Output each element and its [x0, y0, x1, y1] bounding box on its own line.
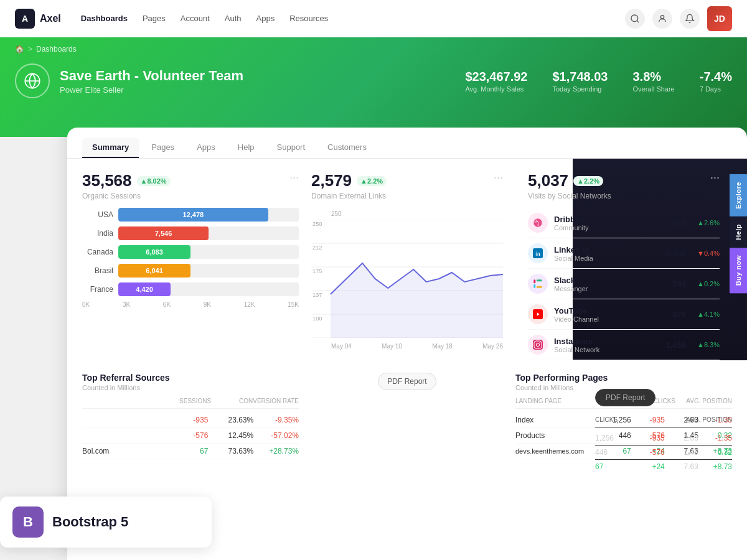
nav-resources[interactable]: Resources: [289, 14, 328, 23]
linkedin-sub: Social Media: [554, 254, 593, 262]
svg-text:137: 137: [312, 292, 322, 298]
social-instagram: Instagram Social Network 1,458 ▲8.3%: [528, 330, 720, 360]
stats-section: 35,568 ▲8.02% Organic Sessions ··· USA: [67, 159, 747, 360]
tab-customers[interactable]: Customers: [317, 138, 377, 158]
svg-point-0: [631, 15, 638, 22]
nav-account[interactable]: Account: [181, 14, 210, 23]
table-row: -935 23.63% -9.35%: [82, 413, 299, 428]
home-icon[interactable]: 🏠: [15, 45, 24, 54]
nav-auth[interactable]: Auth: [225, 14, 242, 23]
navbar: A Axel Dashboards Pages Account Auth App…: [0, 0, 747, 37]
youtube-change: ▲4.1%: [697, 310, 720, 318]
links-more[interactable]: ···: [494, 171, 503, 184]
social-list: Dribbble Community 579 ▲2.6%: [528, 208, 720, 360]
svg-text:212: 212: [312, 245, 322, 251]
ref-row3-chg: +28.73%: [258, 447, 299, 455]
linkedin-name: Linked In: [554, 245, 593, 254]
svg-text:175: 175: [312, 268, 322, 274]
explore-button[interactable]: Explore: [730, 174, 747, 217]
tab-help[interactable]: Help: [228, 138, 265, 158]
instagram-value: 1,458: [665, 340, 686, 350]
pdf-report-button[interactable]: PDF Report: [378, 373, 436, 390]
dribbble-name: Dribbble: [554, 215, 589, 224]
bar-brasil: Brasil 6,041: [82, 264, 299, 278]
card-inner: Summary Pages Apps Help Support Customer…: [67, 128, 747, 469]
social-value: 5,037: [528, 171, 568, 190]
tab-pages[interactable]: Pages: [141, 138, 184, 158]
bar-canada: Canada 6,083: [82, 245, 299, 259]
youtube-icon: [528, 304, 548, 324]
nav-links: Dashboards Pages Account Auth Apps Resou…: [81, 14, 625, 23]
youtube-name: YouTube: [554, 306, 599, 315]
hero-text: Save Earth - Volunteer Team Power Elite …: [60, 68, 243, 95]
help-button[interactable]: Help: [730, 217, 747, 248]
svg-rect-16: [533, 279, 535, 283]
side-buttons: Explore Help Buy now: [730, 174, 747, 293]
ref-row1-chg: -9.35%: [258, 416, 299, 424]
instagram-sub: Social Network: [554, 346, 599, 353]
bar-chart: USA 12,478 India 7,546 Canad: [82, 208, 299, 308]
user-icon[interactable]: [652, 9, 672, 29]
main-card: Summary Pages Apps Help Support Customer…: [67, 128, 747, 560]
bootstrap-label: Bootstrap 5: [52, 514, 128, 530]
avatar[interactable]: JD: [707, 6, 732, 31]
external-links-card: 2,579 ▲2.2% Domain External Links ··· 25…: [299, 171, 515, 360]
social-more[interactable]: ···: [710, 171, 720, 184]
hero-stats: $23,467.92 Avg. Monthly Sales $1,748.03 …: [465, 70, 732, 93]
social-dribbble: Dribbble Community 579 ▲2.6%: [528, 208, 720, 238]
bar-usa: USA 12,478: [82, 208, 299, 222]
tab-summary[interactable]: Summary: [82, 138, 139, 158]
organic-sessions-card: 35,568 ▲8.02% Organic Sessions ··· USA: [82, 171, 299, 360]
links-label: Domain External Links: [311, 192, 387, 200]
buynow-button[interactable]: Buy now: [730, 248, 747, 293]
pg-row3-name: devs.keenthemes.com: [515, 447, 598, 455]
stat-monthly-sales: $23,467.92 Avg. Monthly Sales: [465, 70, 527, 93]
organic-badge: ▲8.02%: [137, 176, 171, 186]
hero-subtitle: Power Elite Seller: [60, 85, 243, 95]
referral-title: Top Referral Sources: [82, 373, 170, 383]
search-icon[interactable]: [625, 9, 645, 29]
line-chart: 250 250 212: [311, 210, 503, 350]
referral-sub: Counted in Millions: [82, 384, 170, 391]
instagram-change: ▲8.3%: [697, 341, 720, 348]
ref-row1-sessions: -935: [168, 416, 209, 424]
ref-col2: SESSIONS: [170, 398, 211, 404]
linkedin-change: ▼0.4%: [697, 250, 720, 257]
linkedin-icon: [528, 243, 548, 263]
ref-row3-conv: 73.63%: [213, 447, 253, 455]
ref-row3-name: Bol.com: [82, 447, 163, 455]
svg-point-1: [660, 15, 664, 18]
tab-apps[interactable]: Apps: [187, 138, 225, 158]
bar-france: France 4,420: [82, 282, 299, 296]
table-row: -576 12.45% -57.02%: [82, 428, 299, 444]
hero-title: Save Earth - Volunteer Team: [60, 68, 243, 84]
dark-pdf-button[interactable]: PDF Report: [595, 389, 655, 406]
pdf-section: PDF Report: [299, 373, 515, 459]
nav-pages[interactable]: Pages: [143, 14, 166, 23]
slack-change: ▲0.2%: [697, 280, 720, 287]
ref-row2-chg: -57.02%: [258, 431, 299, 440]
pages-title: Top Performing Pages: [515, 373, 608, 383]
pg-row1-name: Index: [515, 416, 598, 424]
nav-apps[interactable]: Apps: [256, 14, 275, 23]
slack-sub: Messanger: [554, 285, 588, 292]
youtube-value: 978: [672, 310, 686, 319]
instagram-icon: [528, 335, 548, 355]
social-badge: ▲2.2%: [573, 176, 603, 186]
tab-support[interactable]: Support: [267, 138, 316, 158]
social-label: Visits by Social Networks: [528, 192, 611, 200]
svg-text:250: 250: [312, 221, 322, 227]
referral-table: Top Referral Sources Counted in Millions…: [82, 373, 299, 459]
organic-label: Organic Sessions: [82, 192, 171, 200]
ref-col1: [82, 398, 165, 404]
organic-more[interactable]: ···: [289, 171, 299, 184]
dribbble-sub: Community: [554, 224, 589, 231]
slack-name: Slack: [554, 276, 588, 285]
notifications-icon[interactable]: [680, 9, 700, 29]
brand[interactable]: A Axel: [15, 9, 61, 29]
youtube-sub: Video Channel: [554, 315, 599, 323]
dribbble-icon: [528, 213, 548, 233]
nav-dashboards[interactable]: Dashboards: [81, 14, 128, 23]
dribbble-change: ▲2.6%: [697, 219, 720, 226]
organic-value: 35,568: [82, 171, 132, 190]
